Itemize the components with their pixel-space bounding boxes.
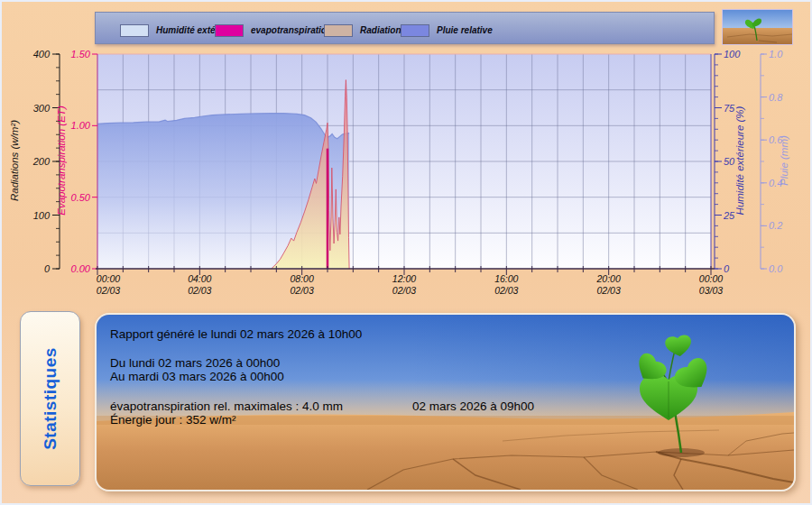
et-max-text: évapotranspiration rel. maximales : 4.0 … xyxy=(110,399,343,413)
plant-thumbnail-art xyxy=(723,10,792,44)
svg-text:0.8: 0.8 xyxy=(769,92,783,103)
legend-swatch xyxy=(324,24,353,37)
report-generated-text: Rapport généré le lundi 02 mars 2026 à 1… xyxy=(110,327,362,341)
svg-text:100: 100 xyxy=(33,210,51,221)
y-axis-title-radiations: Radiations (w/m²) xyxy=(9,120,20,201)
legend-swatch xyxy=(215,24,244,37)
y-axis-et: 1.501.000.500.00Evapotranspiration (ET) xyxy=(56,49,97,274)
legend-bar: Humidité extérieureevapotranspirationRad… xyxy=(95,12,715,44)
weather-chart: 4003002001000Radiations (w/m²)1.501.000.… xyxy=(0,0,812,311)
y-axis-humidite: 1007550250Humidité extérieure (%) xyxy=(715,49,745,274)
svg-text:0: 0 xyxy=(44,263,51,274)
legend-swatch xyxy=(401,24,429,37)
statistics-section-label: Statistiques xyxy=(41,347,60,450)
energy-day-text: Énergie jour : 352 w/m² xyxy=(110,413,236,427)
x-tick-date: 02/03 xyxy=(392,285,416,296)
legend-swatch xyxy=(120,24,149,37)
x-tick-time: 20:00 xyxy=(596,273,621,284)
svg-text:400: 400 xyxy=(33,49,51,60)
x-tick-date: 02/03 xyxy=(494,285,518,296)
x-tick-date: 02/03 xyxy=(188,285,211,296)
y-axis-title-et: Evapotranspiration (ET) xyxy=(56,106,67,216)
svg-text:1.50: 1.50 xyxy=(71,49,91,60)
legend-label: evapotranspiration xyxy=(251,25,332,35)
svg-text:1.00: 1.00 xyxy=(71,120,91,131)
legend-label: Pluie relative xyxy=(437,25,493,35)
report-page: 4003002001000Radiations (w/m²)1.501.000.… xyxy=(0,0,812,505)
x-tick-time: 12:00 xyxy=(392,273,416,284)
legend-label: Radiations xyxy=(360,25,406,35)
statistics-section-button[interactable]: Statistiques xyxy=(20,311,80,486)
x-tick-time: 04:00 xyxy=(188,273,211,284)
svg-text:300: 300 xyxy=(33,103,51,114)
svg-text:0.00: 0.00 xyxy=(71,263,91,274)
statistics-panel: Rapport généré le lundi 02 mars 2026 à 1… xyxy=(95,313,796,491)
x-tick-date: 03/03 xyxy=(699,285,723,296)
y-axis-pluie: 1.00.80.60.40.20.0Pluie (mm) xyxy=(761,49,789,274)
x-tick-time: 00:00 xyxy=(97,273,120,284)
chart-region: 4003002001000Radiations (w/m²)1.501.000.… xyxy=(0,0,812,311)
y-axis-title-pluie: Pluie (mm) xyxy=(779,135,789,186)
svg-text:200: 200 xyxy=(32,156,51,167)
plant-thumbnail-image xyxy=(722,9,793,45)
legend-item-radiations[interactable]: Radiations xyxy=(324,22,406,36)
x-tick-date: 02/03 xyxy=(291,285,314,296)
et-max-time-text: 02 mars 2026 à 09h00 xyxy=(412,399,534,413)
legend-item-pluie-relative[interactable]: Pluie relative xyxy=(401,22,493,36)
x-tick-time: 00:00 xyxy=(699,273,723,284)
y-axis-title-humidite: Humidité extérieure (%) xyxy=(734,106,745,215)
svg-text:0.0: 0.0 xyxy=(769,263,783,274)
svg-text:0.50: 0.50 xyxy=(71,192,91,203)
svg-text:0.2: 0.2 xyxy=(769,220,782,231)
svg-text:0: 0 xyxy=(724,263,730,274)
svg-text:1.0: 1.0 xyxy=(769,49,783,60)
legend-item-evapotranspiration[interactable]: evapotranspiration xyxy=(215,22,332,36)
x-tick-date: 02/03 xyxy=(97,285,120,296)
x-tick-time: 16:00 xyxy=(494,273,518,284)
period-to-text: Au mardi 03 mars 2026 à 00h00 xyxy=(110,370,284,383)
x-tick-date: 02/03 xyxy=(597,285,621,296)
period-from-text: Du lundi 02 mars 2026 à 00h00 xyxy=(110,356,280,370)
x-axis: 00:0002/0304:0002/0308:0002/0312:0002/03… xyxy=(96,266,723,296)
svg-text:100: 100 xyxy=(724,49,741,60)
svg-text:25: 25 xyxy=(723,210,735,221)
x-tick-time: 08:00 xyxy=(291,273,314,284)
y-axis-radiations: 4003002001000Radiations (w/m²) xyxy=(9,49,60,274)
